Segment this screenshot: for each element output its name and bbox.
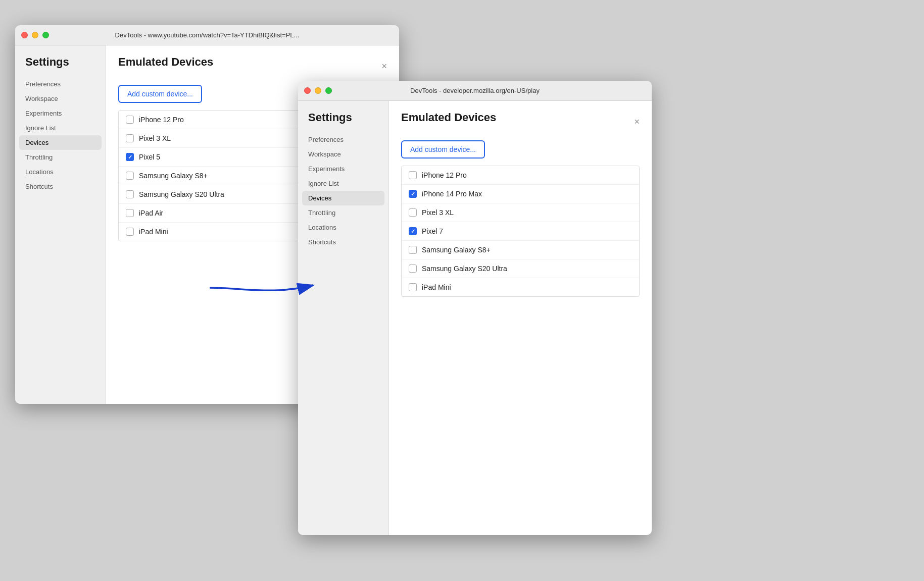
sidebar-item-preferences-1[interactable]: Preferences	[15, 77, 106, 91]
maximize-traffic-light-2[interactable]	[325, 87, 332, 94]
sidebar-item-locations-1[interactable]: Locations	[15, 165, 106, 179]
device-checkbox[interactable]	[126, 228, 134, 236]
device-checkbox[interactable]	[409, 190, 417, 198]
device-checkbox[interactable]	[409, 265, 417, 273]
sidebar-item-shortcuts-2[interactable]: Shortcuts	[298, 235, 388, 249]
device-checkbox[interactable]	[126, 190, 134, 198]
list-item[interactable]: Pixel 7	[402, 222, 639, 241]
device-name-label: Samsung Galaxy S20 Ultra	[139, 190, 224, 198]
device-name-label: Pixel 7	[422, 227, 443, 235]
emulated-devices-title-2: Emulated Devices	[401, 111, 496, 124]
sidebar-item-shortcuts-1[interactable]: Shortcuts	[15, 179, 106, 194]
sidebar-item-throttling-1[interactable]: Throttling	[15, 150, 106, 165]
sidebar-item-ignorelist-1[interactable]: Ignore List	[15, 121, 106, 135]
sidebar-item-workspace-2[interactable]: Workspace	[298, 147, 388, 162]
titlebar-1: DevTools - www.youtube.com/watch?v=Ta-YT…	[15, 25, 399, 45]
device-checkbox[interactable]	[409, 283, 417, 291]
sidebar-item-locations-2[interactable]: Locations	[298, 220, 388, 235]
device-checkbox[interactable]	[126, 209, 134, 217]
device-name-label: iPad Mini	[422, 283, 451, 291]
list-item[interactable]: iPhone 14 Pro Max	[402, 185, 639, 203]
device-name-label: iPhone 14 Pro Max	[422, 190, 482, 198]
sidebar-item-devices-1[interactable]: Devices	[19, 135, 102, 150]
add-custom-device-button-2[interactable]: Add custom device...	[401, 140, 485, 159]
device-checkbox[interactable]	[126, 172, 134, 180]
devices-list-2: iPhone 12 ProiPhone 14 Pro MaxPixel 3 XL…	[401, 166, 640, 297]
add-custom-device-button-1[interactable]: Add custom device...	[118, 85, 202, 103]
close-traffic-light-2[interactable]	[304, 87, 311, 94]
device-checkbox[interactable]	[126, 134, 134, 142]
settings-sidebar-2: Settings Preferences Workspace Experimen…	[298, 101, 389, 535]
sidebar-item-experiments-2[interactable]: Experiments	[298, 162, 388, 176]
sidebar-item-ignorelist-2[interactable]: Ignore List	[298, 176, 388, 191]
list-item[interactable]: Pixel 3 XL	[402, 203, 639, 222]
emulated-devices-title-1: Emulated Devices	[118, 56, 213, 69]
list-item[interactable]: Samsung Galaxy S20 Ultra	[402, 259, 639, 278]
settings-sidebar-1: Settings Preferences Workspace Experimen…	[15, 45, 106, 404]
close-button-2[interactable]: ×	[634, 117, 640, 126]
device-name-label: iPhone 12 Pro	[422, 171, 467, 179]
close-traffic-light-1[interactable]	[21, 32, 28, 38]
minimize-traffic-light-1[interactable]	[32, 32, 38, 38]
settings-heading-2: Settings	[298, 111, 388, 132]
list-item[interactable]: iPhone 12 Pro	[402, 166, 639, 185]
window-title-2: DevTools - developer.mozilla.org/en-US/p…	[410, 87, 540, 94]
list-item[interactable]: iPad Mini	[402, 278, 639, 296]
device-name-label: iPad Mini	[139, 228, 168, 236]
device-name-label: Samsung Galaxy S20 Ultra	[422, 265, 507, 273]
close-button-1[interactable]: ×	[381, 62, 387, 71]
sidebar-item-preferences-2[interactable]: Preferences	[298, 132, 388, 147]
device-checkbox[interactable]	[126, 153, 134, 161]
sidebar-item-devices-2[interactable]: Devices	[302, 191, 384, 205]
device-name-label: Samsung Galaxy S8+	[139, 172, 208, 180]
settings-main-2: Emulated Devices × Add custom device... …	[389, 101, 652, 535]
list-item[interactable]: Samsung Galaxy S8+	[402, 241, 639, 259]
device-name-label: Pixel 5	[139, 153, 160, 161]
device-checkbox[interactable]	[126, 116, 134, 124]
device-name-label: Pixel 3 XL	[139, 134, 171, 142]
device-checkbox[interactable]	[409, 246, 417, 254]
device-checkbox[interactable]	[409, 171, 417, 179]
titlebar-2: DevTools - developer.mozilla.org/en-US/p…	[298, 81, 652, 101]
sidebar-item-throttling-2[interactable]: Throttling	[298, 205, 388, 220]
settings-body-2: Settings Preferences Workspace Experimen…	[298, 101, 652, 535]
sidebar-item-workspace-1[interactable]: Workspace	[15, 91, 106, 106]
maximize-traffic-light-1[interactable]	[42, 32, 49, 38]
device-name-label: Samsung Galaxy S8+	[422, 246, 491, 254]
settings-heading-1: Settings	[15, 56, 106, 77]
minimize-traffic-light-2[interactable]	[315, 87, 321, 94]
device-name-label: iPhone 12 Pro	[139, 116, 184, 124]
device-name-label: Pixel 3 XL	[422, 208, 454, 217]
device-checkbox[interactable]	[409, 208, 417, 217]
sidebar-item-experiments-1[interactable]: Experiments	[15, 106, 106, 121]
device-name-label: iPad Air	[139, 209, 163, 217]
window-2: DevTools - developer.mozilla.org/en-US/p…	[298, 81, 652, 535]
window-title-1: DevTools - www.youtube.com/watch?v=Ta-YT…	[115, 31, 300, 39]
device-checkbox[interactable]	[409, 227, 417, 235]
